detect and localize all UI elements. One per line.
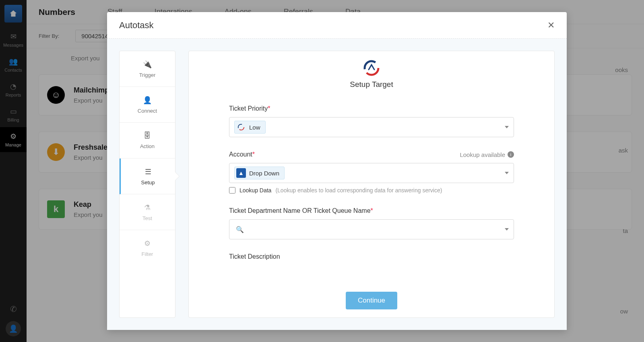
search-icon: 🔍 — [236, 226, 244, 233]
lookup-data-label: Lookup Data — [239, 187, 271, 194]
plug-icon: 🔌 — [143, 60, 152, 69]
chevron-down-icon — [505, 172, 509, 174]
autotask-logo — [363, 60, 380, 76]
account-select[interactable]: ▲ Drop Down — [229, 163, 514, 183]
field-department: Ticket Department Name OR Ticket Queue N… — [229, 207, 514, 239]
autotask-chip-icon — [236, 122, 246, 132]
setup-content: Setup Target Ticket Priority* — [188, 51, 555, 318]
person-icon: 👤 — [143, 96, 152, 105]
department-select[interactable]: 🔍 — [229, 219, 514, 239]
lookup-data-hint: (Lookup enables to load corresponding da… — [275, 187, 442, 194]
lookup-available-hint: Lookup available i — [460, 151, 514, 158]
step-label: Connect — [138, 108, 157, 114]
chip-priority: Low — [234, 121, 266, 134]
step-setup[interactable]: ☰ Setup — [120, 159, 175, 194]
database-icon: 🗄 — [144, 132, 151, 140]
step-label: Test — [142, 215, 152, 221]
step-trigger[interactable]: 🔌 Trigger — [120, 51, 175, 87]
ticket-priority-select[interactable]: Low — [229, 117, 514, 137]
step-action[interactable]: 🗄 Action — [120, 123, 175, 159]
field-ticket-priority: Ticket Priority* Low — [229, 105, 514, 137]
step-label: Setup — [141, 179, 155, 185]
chip-label: Low — [249, 124, 260, 131]
modal-title: Autotask — [119, 20, 154, 31]
flask-icon: ⚗ — [144, 203, 151, 212]
field-description: Ticket Description — [229, 253, 514, 260]
continue-button[interactable]: Continue — [346, 292, 397, 309]
field-label: Account — [229, 151, 252, 158]
lookup-data-row[interactable]: Lookup Data (Lookup enables to load corr… — [229, 187, 514, 194]
field-label: Ticket Priority — [229, 105, 268, 112]
step-label: Filter — [142, 251, 153, 257]
required-star: * — [252, 151, 255, 158]
dropdown-chip-icon: ▲ — [236, 168, 246, 178]
content-heading: Setup Target — [350, 80, 393, 89]
field-account: Account* Lookup available i ▲ Drop Down — [229, 151, 514, 194]
step-label: Action — [140, 143, 155, 149]
step-connect[interactable]: 👤 Connect — [120, 87, 175, 123]
field-label: Ticket Description — [229, 253, 280, 260]
required-star: * — [371, 207, 373, 214]
info-icon[interactable]: i — [508, 151, 514, 158]
close-icon: ✕ — [547, 20, 555, 30]
list-icon: ☰ — [145, 167, 151, 176]
lookup-data-checkbox[interactable] — [229, 187, 235, 194]
close-button[interactable]: ✕ — [547, 20, 555, 31]
chip-account: ▲ Drop Down — [234, 167, 285, 179]
autotask-modal: Autotask ✕ 🔌 Trigger 👤 Connect 🗄 Action … — [107, 12, 567, 330]
step-test[interactable]: ⚗ Test — [120, 194, 175, 230]
modal-header: Autotask ✕ — [107, 12, 567, 39]
step-filter[interactable]: ⚙ Filter — [120, 230, 175, 266]
step-label: Trigger — [139, 72, 156, 78]
required-star: * — [268, 105, 270, 112]
step-panel: 🔌 Trigger 👤 Connect 🗄 Action ☰ Setup ⚗ T… — [119, 51, 175, 318]
field-label: Ticket Department Name OR Ticket Queue N… — [229, 207, 371, 214]
chip-label: Drop Down — [249, 170, 279, 177]
chevron-down-icon — [505, 126, 509, 128]
sliders-icon: ⚙ — [144, 239, 151, 248]
chevron-down-icon — [505, 228, 509, 231]
